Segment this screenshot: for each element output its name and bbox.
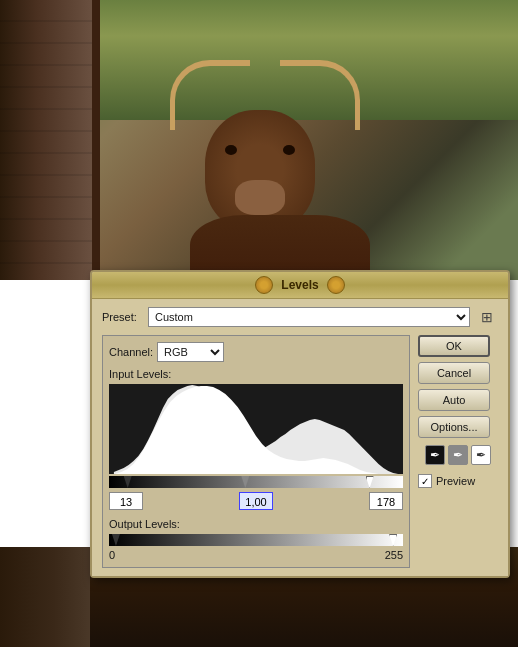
output-levels-label: Output Levels: [109,518,403,530]
output-values: 0 255 [109,549,403,561]
output-black-handle[interactable] [112,534,120,546]
black-point-handle[interactable] [124,476,132,488]
auto-button[interactable]: Auto [418,389,490,411]
dialog-titlebar: Levels [92,272,508,299]
preview-checkbox[interactable]: ✓ [418,474,432,488]
main-content: Channel: RGB Input Levels: [102,335,498,568]
channel-select[interactable]: RGB [158,343,223,361]
right-panel: OK Cancel Auto Options... ✒ ✒ ✒ ✓ Previe… [418,335,498,568]
eyedroppers: ✒ ✒ ✒ [418,445,498,465]
white-point-value[interactable]: 178 [369,492,403,510]
black-eyedropper[interactable]: ✒ [425,445,445,465]
output-max: 255 [385,549,403,561]
cancel-button[interactable]: Cancel [418,362,490,384]
white-point-handle[interactable] [366,476,374,488]
input-slider-track[interactable] [109,476,403,488]
histogram [109,384,403,474]
dialog-body: Preset: Custom ⊞ Channel: RGB [92,299,508,576]
checkbox-check: ✓ [421,476,429,487]
preset-select[interactable]: Custom [148,307,470,327]
options-button[interactable]: Options... [418,416,490,438]
output-slider-track[interactable] [109,534,403,546]
output-white-handle[interactable] [389,534,397,546]
channel-label: Channel: [109,346,153,358]
preset-label: Preset: [102,311,142,323]
preview-row: ✓ Preview [418,474,498,488]
input-levels-label: Input Levels: [109,368,403,380]
preview-label: Preview [436,475,475,487]
channel-row: Channel: RGB [109,342,403,362]
output-min: 0 [109,549,115,561]
gray-eyedropper[interactable]: ✒ [448,445,468,465]
left-panel: Channel: RGB Input Levels: [102,335,410,568]
preset-options-button[interactable]: ⊞ [476,307,498,327]
titlebar-ornament-left [255,276,273,294]
histogram-svg [109,384,403,474]
black-point-value[interactable]: 13 [109,492,143,510]
input-values: 13 1,00 178 [109,492,403,510]
midpoint-value[interactable]: 1,00 [239,492,273,510]
channel-select-wrap: RGB [157,342,224,362]
ok-button[interactable]: OK [418,335,490,357]
options-icon: ⊞ [481,309,493,325]
dialog-title: Levels [281,278,318,292]
midpoint-handle[interactable] [241,476,249,488]
preset-row: Preset: Custom ⊞ [102,307,498,327]
white-eyedropper[interactable]: ✒ [471,445,491,465]
titlebar-ornament-right [327,276,345,294]
output-section: Output Levels: 0 255 [109,518,403,561]
levels-dialog: Levels Preset: Custom ⊞ Channel: R [90,270,510,578]
